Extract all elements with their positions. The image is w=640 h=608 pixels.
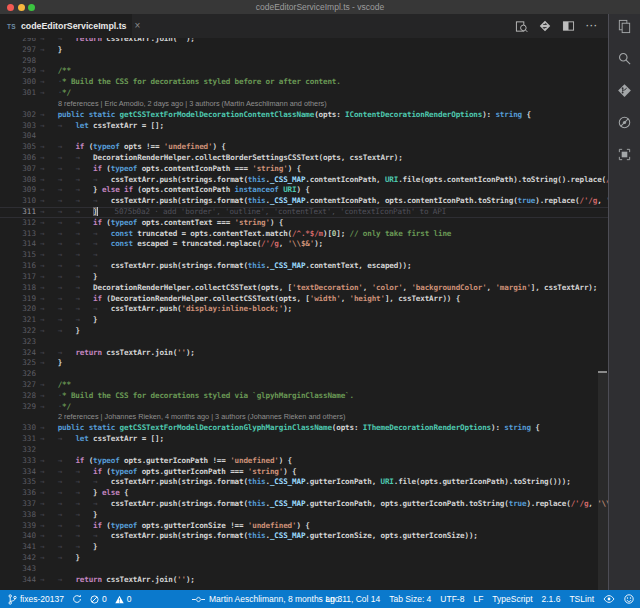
line-number: 299 — [0, 66, 36, 77]
code-line: →→→} — [36, 272, 97, 283]
tab-whitespace-arrow: → — [93, 196, 111, 207]
code-token: } — [93, 510, 97, 519]
code-row: 309→→→} else if (opts.contentIconPath in… — [0, 185, 608, 196]
line-number: 305 — [0, 142, 36, 153]
open-preview-icon[interactable] — [515, 20, 528, 33]
blame-annotation: 5075b0a2 · add 'border', 'outline', 'con… — [114, 207, 446, 216]
code-token: 'undefined' — [164, 142, 213, 151]
zoom-window-button[interactable] — [28, 4, 35, 11]
search-icon[interactable] — [617, 50, 633, 66]
tab-whitespace-arrow: → — [75, 185, 93, 196]
tab-whitespace-arrow: → — [58, 272, 76, 283]
code-line: →} — [36, 45, 62, 56]
tab-whitespace-arrow: → — [40, 38, 58, 45]
code-token: /^.*$/m — [292, 229, 323, 238]
feedback-smiley-icon[interactable] — [624, 594, 634, 604]
code-token: this — [248, 499, 266, 508]
line-number: 339 — [0, 521, 36, 532]
codelens-text[interactable]: 8 references | Eric Amodio, 2 days ago |… — [36, 99, 327, 110]
ts-version[interactable]: 2.1.6 — [542, 594, 561, 604]
editor-scrollbar[interactable] — [598, 38, 608, 590]
tab-whitespace-arrow: → — [58, 348, 76, 359]
code-token: cssTextArr = []; — [89, 434, 164, 443]
code-token: cssTextArr.push(strings.format( — [111, 196, 248, 205]
tab-whitespace-arrow: → — [58, 207, 76, 218]
line-number: 343 — [0, 564, 36, 575]
line-number: 312 — [0, 218, 36, 229]
status-bar: fixes-20137 0 0 Martin Aeschlimann, 8 mo… — [0, 590, 640, 608]
code-token: 'textDecoration' — [292, 283, 363, 292]
warnings-item[interactable]: 0 — [115, 594, 132, 604]
tab-size[interactable]: Tab Size: 4 — [389, 594, 431, 604]
tab-whitespace-arrow: → — [58, 175, 76, 186]
tab-whitespace-arrow: → — [75, 175, 93, 186]
debug-icon[interactable] — [617, 114, 633, 130]
line-number: 335 — [0, 477, 36, 488]
split-editor-icon[interactable] — [562, 20, 575, 32]
git-branch-item[interactable]: fixes-20137 — [8, 594, 64, 605]
extensions-icon[interactable] — [617, 146, 633, 162]
errors-item[interactable]: 0 — [90, 594, 107, 604]
eye-icon[interactable] — [603, 595, 615, 603]
code-token: // only take first line — [350, 229, 452, 238]
explorer-icon[interactable] — [617, 18, 633, 34]
close-tab-icon[interactable]: × — [135, 21, 141, 31]
code-token: } — [93, 272, 97, 281]
codelens-text[interactable]: 2 references | Johannes Rieken, 4 months… — [36, 412, 345, 423]
tab-codeEditorServiceImpl[interactable]: TS codeEditorServiceImpl.ts × — [0, 14, 132, 38]
code-token: 'height' — [350, 294, 385, 303]
close-window-button[interactable] — [7, 4, 14, 11]
code-token: } — [75, 326, 79, 335]
minimize-window-button[interactable] — [18, 4, 25, 11]
tab-whitespace-arrow: → — [40, 121, 58, 132]
code-token: '\\$&' — [288, 239, 315, 248]
tab-whitespace-arrow: → — [58, 164, 76, 175]
code-token: if — [93, 164, 102, 173]
code-token: } — [93, 488, 102, 497]
code-token: _CSS_MAP — [270, 261, 305, 270]
code-token: (opts: — [314, 110, 345, 119]
eol[interactable]: LF — [473, 594, 483, 604]
line-number: 307 — [0, 164, 36, 175]
source-control-icon[interactable] — [617, 82, 633, 98]
tab-whitespace-arrow: → — [75, 488, 93, 499]
code-token: ) { — [296, 521, 309, 530]
blame-item[interactable]: Martin Aeschlimann, 8 months ago — [192, 594, 339, 604]
scrollbar-thumb[interactable] — [598, 373, 608, 590]
typescript-file-icon: TS — [7, 23, 16, 30]
code-token: cssTextArr.push(strings.format( — [111, 175, 248, 184]
code-editor[interactable]: 296→→return cssTextArr.join('');297→}298… — [0, 38, 608, 590]
code-token: if — [93, 294, 102, 303]
commit-icon — [192, 595, 205, 604]
code-row: 316→→→→cssTextArr.push(strings.format(th… — [0, 261, 608, 272]
git-branch-icon — [8, 594, 17, 605]
code-token: '' — [177, 348, 186, 357]
tab-whitespace-arrow: → — [58, 467, 76, 478]
code-row: 340→→→→cssTextArr.push(strings.format(th… — [0, 531, 608, 542]
code-token: DecorationRenderHelper.collectBorderSett… — [93, 153, 403, 162]
code-row: 337→→→→cssTextArr.push(strings.format(th… — [0, 499, 608, 510]
tab-whitespace-arrow: → — [58, 261, 76, 272]
code-token: URI — [385, 175, 398, 184]
sync-icon[interactable] — [72, 594, 82, 604]
code-token: if — [124, 185, 133, 194]
open-changes-icon[interactable] — [539, 20, 551, 32]
code-token: typeof — [111, 521, 138, 530]
code-line: →→→→cssTextArr.push(strings.format(this.… — [36, 196, 608, 207]
code-token: .gutterIconPath, opts.gutterIconPath.toS… — [305, 499, 508, 508]
code-line: →→→if (DecorationRenderHelper.collectCSS… — [36, 294, 460, 305]
code-token: opts.gutterIconPath !== — [120, 456, 231, 465]
code-token: public static — [58, 110, 120, 119]
encoding[interactable]: UTF-8 — [440, 594, 464, 604]
more-actions-icon[interactable]: ··· — [586, 23, 598, 29]
line-number: 315 — [0, 250, 36, 261]
code-token: { — [120, 488, 129, 497]
tab-whitespace-arrow: → — [58, 542, 76, 553]
code-token: this — [248, 175, 266, 184]
blame-label: Martin Aeschlimann, 8 months ago — [209, 594, 339, 604]
code-token: cssTextArr.join( — [102, 348, 177, 357]
language-mode[interactable]: TypeScript — [492, 594, 532, 604]
code-line: →→→} — [36, 315, 97, 326]
linter[interactable]: TSLint — [569, 594, 594, 604]
code-row: 332 — [0, 445, 608, 456]
